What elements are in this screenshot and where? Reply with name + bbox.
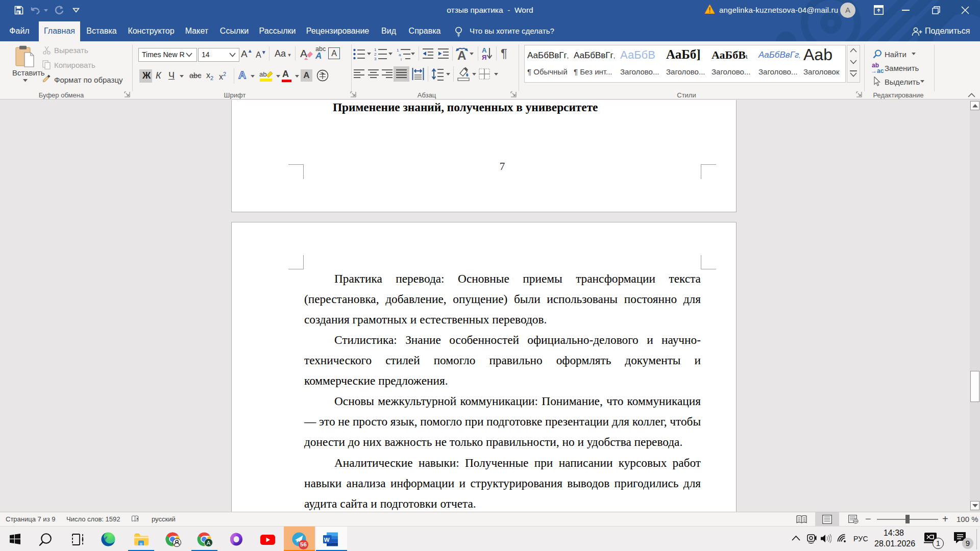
svg-text:А: А [457,48,466,61]
svg-text:i: i [401,57,402,61]
svg-text:A: A [300,48,307,59]
svg-text:Я: Я [482,54,486,61]
svg-text:3: 3 [374,57,377,61]
svg-text:ab: ab [259,70,266,78]
svg-text:a: a [399,53,401,57]
svg-text:1: 1 [374,47,377,52]
svg-text:А: А [482,46,487,54]
svg-text:1: 1 [397,48,399,53]
svg-text:W: W [324,537,330,543]
svg-text:2: 2 [374,52,377,57]
